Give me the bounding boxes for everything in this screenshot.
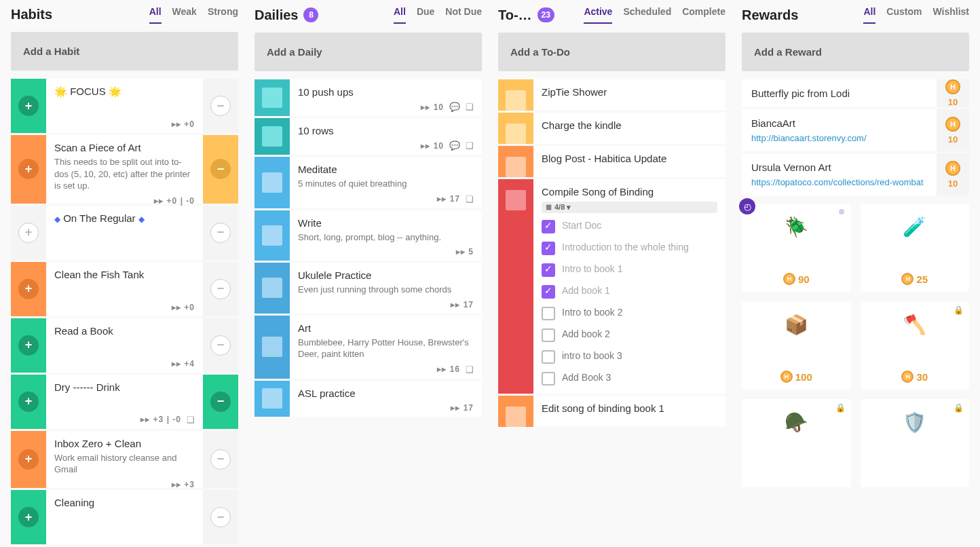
reward-item[interactable]: BiancaArthttp://biancaart.storenvy.com/H… <box>742 109 969 151</box>
habit-item[interactable]: +Dry ------ Drink▸▸ +3 | -0❑− <box>11 375 238 429</box>
habit-item[interactable]: +◆ On The Regular ◆− <box>11 206 238 260</box>
daily-checkbox[interactable] <box>255 210 290 261</box>
add-daily-input[interactable]: Add a Daily <box>255 33 482 71</box>
habit-plus-button[interactable]: + <box>11 318 46 373</box>
habit-plus-button[interactable]: + <box>11 375 46 429</box>
habit-plus-button[interactable]: + <box>11 135 46 203</box>
checklist-checkbox[interactable] <box>542 285 555 299</box>
habit-minus-button[interactable]: − <box>203 375 238 429</box>
shop-item[interactable]: 🔒🪖 <box>742 399 851 487</box>
tab-not-due[interactable]: Not Due <box>445 6 482 24</box>
reward-buy-button[interactable]: H10 <box>937 109 969 151</box>
daily-checkbox[interactable] <box>255 381 290 417</box>
add-reward-input[interactable]: Add a Reward <box>742 33 969 71</box>
tab-all[interactable]: All <box>149 6 162 24</box>
tab-active[interactable]: Active <box>584 6 612 24</box>
daily-item[interactable]: 10 rows▸▸ 10💬❑ <box>255 118 482 155</box>
checklist-checkbox[interactable] <box>542 350 555 364</box>
checklist-item[interactable]: Add Book 3 <box>542 372 717 385</box>
daily-checkbox[interactable] <box>255 79 290 116</box>
coin-icon: H <box>901 371 913 383</box>
habit-plus-button[interactable]: + <box>11 490 46 544</box>
todo-checkbox[interactable] <box>498 179 533 394</box>
todo-checkbox[interactable] <box>498 396 533 427</box>
tab-all[interactable]: All <box>863 6 875 24</box>
tag-icon: ❑ <box>466 194 474 204</box>
todo-item[interactable]: ZipTie Shower <box>498 79 725 111</box>
shop-item[interactable]: 🔒🛡️ <box>861 399 970 487</box>
checklist-item[interactable]: Intro to book 2 <box>542 307 717 320</box>
habit-item[interactable]: +Read a Book▸▸ +4− <box>11 318 238 373</box>
shop-item[interactable]: 📦H100 <box>742 301 851 390</box>
todo-checkbox[interactable] <box>498 113 533 144</box>
tab-wishlist[interactable]: Wishlist <box>932 6 969 24</box>
checklist-item[interactable]: Add book 1 <box>542 285 717 299</box>
checklist-checkbox[interactable] <box>542 242 555 255</box>
todo-item[interactable]: Charge the kindle <box>498 113 725 144</box>
checklist-checkbox[interactable] <box>542 372 555 385</box>
checklist-item[interactable]: Intro to book 1 <box>542 263 717 277</box>
shop-item[interactable]: ◴🪲H90 <box>742 204 851 292</box>
add-todo-input[interactable]: Add a To-Do <box>498 33 725 71</box>
daily-item[interactable]: WriteShort, long, prompt, blog -- anythi… <box>255 210 482 261</box>
checklist-item[interactable]: Add book 2 <box>542 328 717 342</box>
reward-item[interactable]: Ursula Vernon Arthttps://topatoco.com/co… <box>742 153 969 195</box>
rewards-header: Rewards AllCustomWishlist <box>742 3 969 27</box>
daily-item[interactable]: ArtBumblebee, Harry Potter House, Brewst… <box>255 316 482 379</box>
reward-cost: 10 <box>948 134 958 145</box>
habit-plus-button[interactable]: + <box>11 262 46 316</box>
checklist-checkbox[interactable] <box>542 220 555 233</box>
todo-item[interactable]: Edit song of binding book 1 <box>498 396 725 427</box>
checklist-checkbox[interactable] <box>542 263 555 277</box>
daily-item[interactable]: Ukulele PracticeEven just running throug… <box>255 263 482 314</box>
tab-weak[interactable]: Weak <box>172 6 197 24</box>
checklist-toggle[interactable]: ≣ 4/8 ▾ <box>542 202 717 213</box>
habit-plus-button: + <box>11 206 46 260</box>
tab-custom[interactable]: Custom <box>886 6 922 24</box>
checklist-checkbox[interactable] <box>542 307 555 320</box>
habit-plus-button[interactable]: + <box>11 431 46 488</box>
habit-plus-button[interactable]: + <box>11 79 46 133</box>
reward-link[interactable]: https://topatoco.com/collections/red-wom… <box>751 177 927 187</box>
tab-scheduled[interactable]: Scheduled <box>623 6 671 24</box>
habits-header: Habits AllWeakStrong <box>11 3 238 26</box>
comment-icon: 💬 <box>449 140 460 151</box>
add-habit-input[interactable]: Add a Habit <box>11 32 238 71</box>
habit-item[interactable]: +Cleaning− <box>11 490 238 544</box>
habit-item[interactable]: +Clean the Fish Tank▸▸ +0− <box>11 262 238 316</box>
tab-complete[interactable]: Complete <box>682 6 725 24</box>
habit-title: Cleaning <box>54 497 195 508</box>
habit-item[interactable]: +🌟 FOCUS 🌟▸▸ +0− <box>11 79 238 133</box>
checklist-checkbox[interactable] <box>542 328 555 342</box>
shop-item[interactable]: 🧪H25 <box>861 204 970 292</box>
daily-item[interactable]: 10 push ups▸▸ 10💬❑ <box>255 79 482 116</box>
checklist-item[interactable]: Introduction to the whole thing <box>542 242 717 255</box>
todo-checkbox[interactable] <box>498 79 533 111</box>
daily-checkbox[interactable] <box>255 118 290 155</box>
checklist: Start DocIntroduction to the whole thing… <box>542 220 717 385</box>
reward-link[interactable]: http://biancaart.storenvy.com/ <box>751 133 927 143</box>
habit-item[interactable]: +Scan a Piece of ArtThis needs to be spl… <box>11 135 238 203</box>
daily-item[interactable]: Meditate5 minutes of quiet breathing▸▸ 1… <box>255 157 482 208</box>
daily-checkbox[interactable] <box>255 263 290 314</box>
tab-all[interactable]: All <box>394 6 406 24</box>
checklist-text: Introduction to the whole thing <box>562 242 689 252</box>
todo-item[interactable]: Blog Post - Habitica Update <box>498 146 725 177</box>
reward-item[interactable]: Butterfly pic from LodiH10 <box>742 79 969 107</box>
rewards-title: Rewards <box>742 7 798 23</box>
todo-checkbox[interactable] <box>498 146 533 177</box>
reward-buy-button[interactable]: H10 <box>937 153 969 195</box>
daily-item[interactable]: ASL practice▸▸ 17 <box>255 381 482 417</box>
reward-buy-button[interactable]: H10 <box>937 79 969 107</box>
checklist-item[interactable]: Start Doc <box>542 220 717 233</box>
tab-due[interactable]: Due <box>417 6 434 24</box>
habit-item[interactable]: +Inbox Zero + CleanWork email history cl… <box>11 431 238 488</box>
tab-strong[interactable]: Strong <box>208 6 238 24</box>
shop-item[interactable]: 🔒🪓H30 <box>861 301 970 390</box>
todos-title: To-… <box>498 7 532 23</box>
daily-checkbox[interactable] <box>255 316 290 379</box>
checklist-item[interactable]: intro to book 3 <box>542 350 717 364</box>
todo-item[interactable]: Compile Song of Binding≣ 4/8 ▾Start DocI… <box>498 179 725 394</box>
habit-minus-button[interactable]: − <box>203 135 238 203</box>
daily-checkbox[interactable] <box>255 157 290 208</box>
